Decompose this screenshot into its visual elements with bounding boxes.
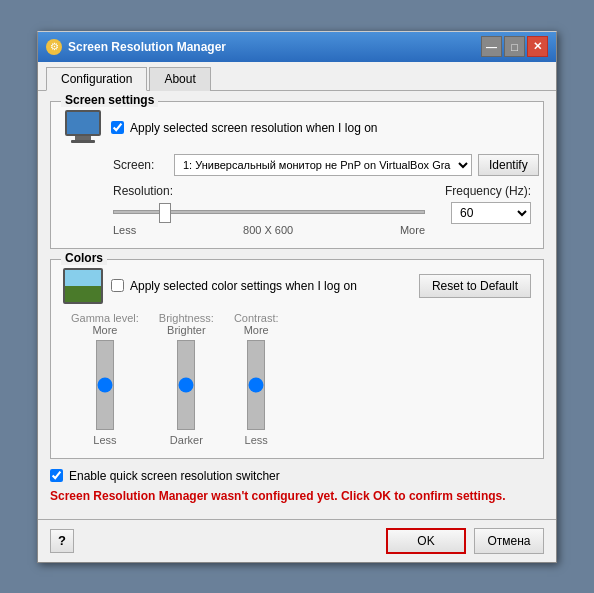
resolution-area: Resolution: Less 800 X 600 More Frequenc… bbox=[63, 184, 531, 236]
minimize-button[interactable]: — bbox=[481, 36, 502, 57]
title-bar: ⚙ Screen Resolution Manager — □ ✕ bbox=[38, 32, 556, 62]
close-button[interactable]: ✕ bbox=[527, 36, 548, 57]
contrast-more-label: More bbox=[244, 324, 269, 336]
screen-apply-checkbox[interactable] bbox=[111, 121, 124, 134]
tab-configuration[interactable]: Configuration bbox=[46, 67, 147, 91]
brightness-more-label: Brighter bbox=[167, 324, 206, 336]
brightness-less-label: Darker bbox=[170, 434, 203, 446]
color-apply-label: Apply selected color settings when I log… bbox=[130, 279, 357, 293]
reset-default-button[interactable]: Reset to Default bbox=[419, 274, 531, 298]
tab-bar: Configuration About bbox=[38, 62, 556, 91]
screen-settings-group: Screen settings Apply selected screen re… bbox=[50, 101, 544, 249]
screen-selector-row: Screen: 1: Универсальный монитор не PnP … bbox=[63, 154, 531, 176]
title-buttons: — □ ✕ bbox=[481, 36, 548, 57]
brightness-label: Brightness: bbox=[159, 312, 214, 324]
gamma-more-label: More bbox=[92, 324, 117, 336]
screen-checkbox-row: Apply selected screen resolution when I … bbox=[63, 110, 531, 146]
tab-content: Screen settings Apply selected screen re… bbox=[38, 91, 556, 519]
contrast-slider-group: Contrast: More Less bbox=[234, 312, 279, 446]
slider-less-label: Less bbox=[113, 224, 136, 236]
footer-buttons: OK Отмена bbox=[386, 528, 544, 554]
monitor-stand bbox=[75, 136, 91, 140]
resolution-slider[interactable] bbox=[113, 202, 425, 222]
tab-about[interactable]: About bbox=[149, 67, 210, 91]
contrast-slider[interactable] bbox=[246, 340, 266, 430]
color-apply-checkbox-area: Apply selected color settings when I log… bbox=[111, 279, 411, 293]
main-window: ⚙ Screen Resolution Manager — □ ✕ Config… bbox=[37, 31, 557, 563]
enable-switcher-checkbox[interactable] bbox=[50, 469, 63, 482]
help-button[interactable]: ? bbox=[50, 529, 74, 553]
gamma-less-label: Less bbox=[93, 434, 116, 446]
frequency-wrap: Frequency (Hz): 60 bbox=[441, 184, 531, 224]
color-apply-checkbox[interactable] bbox=[111, 279, 124, 292]
resolution-slider-wrap: Resolution: Less 800 X 600 More bbox=[113, 184, 425, 236]
brightness-slider[interactable] bbox=[176, 340, 196, 430]
enable-switcher-label: Enable quick screen resolution switcher bbox=[69, 469, 280, 483]
resolution-label: Resolution: bbox=[113, 184, 425, 198]
frequency-label: Frequency (Hz): bbox=[445, 184, 531, 198]
colors-header-row: Apply selected color settings when I log… bbox=[63, 268, 531, 304]
identify-button[interactable]: Identify bbox=[478, 154, 539, 176]
brightness-slider-group: Brightness: Brighter Darker bbox=[159, 312, 214, 446]
contrast-label: Contrast: bbox=[234, 312, 279, 324]
ok-button[interactable]: OK bbox=[386, 528, 466, 554]
app-icon: ⚙ bbox=[46, 39, 62, 55]
monitor-screen bbox=[65, 110, 101, 136]
screen-select[interactable]: 1: Универсальный монитор не PnP on Virtu… bbox=[174, 154, 472, 176]
screen-settings-title: Screen settings bbox=[61, 93, 158, 107]
slider-labels: Less 800 X 600 More bbox=[113, 224, 425, 236]
enable-switcher-row: Enable quick screen resolution switcher bbox=[50, 469, 544, 483]
gamma-label: Gamma level: bbox=[71, 312, 139, 324]
slider-value-label: 800 X 600 bbox=[243, 224, 293, 236]
frequency-select[interactable]: 60 bbox=[451, 202, 531, 224]
cancel-button[interactable]: Отмена bbox=[474, 528, 544, 554]
screen-apply-checkbox-row: Apply selected screen resolution when I … bbox=[111, 121, 531, 135]
contrast-less-label: Less bbox=[245, 434, 268, 446]
screen-label: Screen: bbox=[113, 158, 168, 172]
maximize-button[interactable]: □ bbox=[504, 36, 525, 57]
status-message: Screen Resolution Manager wasn't configu… bbox=[50, 489, 544, 503]
slider-more-label: More bbox=[400, 224, 425, 236]
monitor-base bbox=[71, 140, 95, 143]
sliders-row: Gamma level: More Less Brightness: Brigh… bbox=[63, 312, 531, 446]
colors-title: Colors bbox=[61, 251, 107, 265]
title-bar-left: ⚙ Screen Resolution Manager bbox=[46, 39, 226, 55]
footer: ? OK Отмена bbox=[38, 519, 556, 562]
gamma-slider-group: Gamma level: More Less bbox=[71, 312, 139, 446]
landscape-icon bbox=[63, 268, 103, 304]
gamma-slider[interactable] bbox=[95, 340, 115, 430]
monitor-icon bbox=[63, 110, 103, 146]
window-title: Screen Resolution Manager bbox=[68, 40, 226, 54]
screen-apply-label: Apply selected screen resolution when I … bbox=[130, 121, 377, 135]
colors-group: Colors Apply selected color settings whe… bbox=[50, 259, 544, 459]
